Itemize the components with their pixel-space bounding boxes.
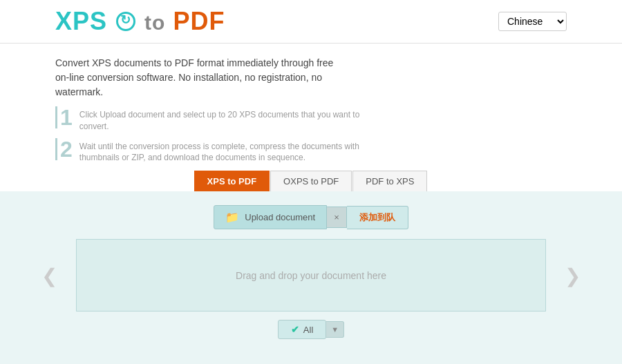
step-2: 2 Wait until the conversion process is c… [55,138,567,164]
dropzone-wrapper: ❮ Drag and drop your document here ❯ [0,239,622,312]
logo-xps: XPS [55,7,107,35]
upload-button[interactable]: 📁 Upload document [214,205,327,229]
step-1: 1 Click Upload document and select up to… [55,106,567,133]
select-arrow-button[interactable]: ▼ [326,321,344,338]
tab-xps-to-pdf[interactable]: XPS to PDF [194,171,270,191]
steps: 1 Click Upload document and select up to… [0,106,622,164]
upload-label: Upload document [245,212,315,222]
arrow-right[interactable]: ❯ [565,264,581,287]
language-select[interactable]: Chinese English Japanese Korean French G… [498,12,567,31]
header: XPS to PDF Chinese English Japanese Kore… [0,0,622,44]
select-all-button[interactable]: ✔ All [278,320,326,339]
description-text: Convert XPS documents to PDF format imme… [55,57,333,97]
step-1-number: 1 [55,106,73,128]
logo-pdf: PDF [173,7,225,35]
description: Convert XPS documents to PDF format imme… [0,44,394,106]
logo-to: to [144,11,165,34]
convert-button[interactable]: 添加到队 [347,206,408,229]
step-2-text: Wait until the conversion process is com… [79,138,377,164]
check-icon: ✔ [291,324,299,335]
dropzone-text: Drag and drop your document here [236,270,386,281]
upload-icon: 📁 [225,211,239,224]
arrow-left[interactable]: ❮ [41,264,57,287]
select-all-row: ✔ All ▼ [0,320,622,339]
upload-row: 📁 Upload document × 添加到队 [0,205,622,229]
tab-pdf-to-xps[interactable]: PDF to XPS [352,171,427,191]
tab-oxps-to-pdf[interactable]: OXPS to PDF [270,171,352,191]
logo-icon [116,12,135,31]
dropzone[interactable]: Drag and drop your document here [76,239,546,312]
logo: XPS to PDF [55,7,225,36]
select-all-label: All [303,325,313,335]
clear-button[interactable]: × [327,207,347,228]
main-area: 📁 Upload document × 添加到队 ❮ Drag and drop… [0,191,622,364]
step-1-text: Click Upload document and select up to 2… [79,106,377,133]
tabs-section: XPS to PDF OXPS to PDF PDF to XPS [0,171,622,191]
tabs-inner: XPS to PDF OXPS to PDF PDF to XPS [194,171,428,191]
step-2-number: 2 [55,138,73,160]
